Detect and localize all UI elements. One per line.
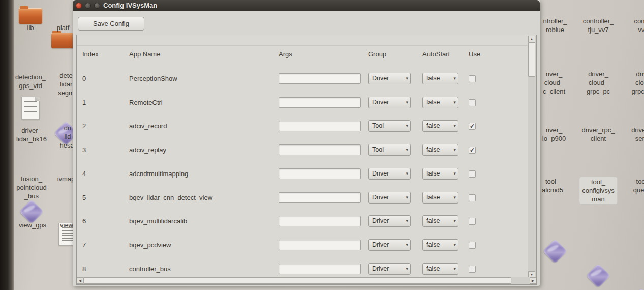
- icon-label-line: contr: [634, 17, 644, 25]
- icon-label-line: view_gps: [19, 221, 46, 229]
- app-name: RemoteCtrl: [129, 91, 163, 114]
- use-checkbox[interactable]: [469, 266, 476, 273]
- use-checkbox[interactable]: [469, 170, 476, 178]
- group-dropdown[interactable]: Tool▾: [368, 120, 411, 132]
- use-checkbox[interactable]: [469, 194, 476, 201]
- detection-gps-vtd-icon[interactable]: [18, 96, 43, 120]
- vertical-scroll-thumb[interactable]: [528, 42, 535, 77]
- driver-cloud-grpc-client-label[interactable]: river_cloud_c_client: [543, 70, 565, 96]
- use-checkbox[interactable]: [469, 242, 476, 249]
- args-input[interactable]: [279, 192, 361, 203]
- detection-gps-vtd-label[interactable]: detection_gps_vtd: [15, 73, 46, 90]
- view-gps-label[interactable]: view_gps: [19, 221, 46, 229]
- autostart-dropdown[interactable]: false▾: [422, 192, 458, 204]
- tool-configivsysman-label[interactable]: tool_configivsysman: [579, 177, 617, 204]
- chevron-down-icon: ▾: [453, 264, 456, 274]
- controller-roblue-icon[interactable]: [543, 239, 567, 264]
- args-input[interactable]: [279, 97, 361, 108]
- autostart-dropdown[interactable]: false▾: [422, 73, 458, 84]
- driver-lidar-bk16-label[interactable]: driver_lidar_bk16: [16, 126, 47, 143]
- args-input[interactable]: [279, 264, 361, 274]
- lib-label[interactable]: lib: [27, 23, 34, 32]
- group-dropdown[interactable]: Driver▾: [368, 215, 411, 227]
- scroll-up-icon[interactable]: ▲: [528, 36, 535, 42]
- group-dropdown-value: Driver: [372, 170, 389, 177]
- autostart-dropdown[interactable]: false▾: [422, 239, 458, 251]
- controller-vv-label[interactable]: contrvv: [634, 17, 644, 34]
- args-input[interactable]: [279, 144, 361, 155]
- group-dropdown[interactable]: Driver▾: [368, 168, 411, 180]
- save-config-button[interactable]: Save Config: [78, 17, 144, 31]
- use-checkbox[interactable]: [469, 75, 476, 82]
- use-checkbox[interactable]: [469, 99, 476, 106]
- use-checkbox[interactable]: ✓: [469, 123, 476, 130]
- icon-label-line: driv: [631, 70, 644, 78]
- autostart-dropdown[interactable]: false▾: [422, 97, 458, 108]
- group-dropdown[interactable]: Tool▾: [368, 144, 411, 156]
- driver-cloud-grpc-pc-label[interactable]: driver_cloud_grpc_pc: [587, 70, 610, 96]
- args-input[interactable]: [279, 240, 361, 250]
- icon-label-line: serv: [631, 134, 644, 143]
- maximize-icon[interactable]: [94, 3, 100, 9]
- diamond-icon: [19, 199, 44, 224]
- icon-label-line: clou: [631, 78, 644, 87]
- chevron-down-icon: ▾: [453, 240, 456, 250]
- group-dropdown[interactable]: Driver▾: [368, 263, 411, 275]
- args-input[interactable]: [279, 121, 361, 131]
- driver-lidar-bk16-icon[interactable]: [19, 199, 44, 224]
- dete-lidar-segm-label[interactable]: detelidarsegm: [58, 71, 74, 97]
- controller-tju-vv7-label[interactable]: controller_tju_vv7: [583, 17, 614, 34]
- diamond-icon: [586, 264, 610, 288]
- autostart-dropdown[interactable]: false▾: [422, 263, 458, 275]
- autostart-dropdown[interactable]: false▾: [422, 120, 458, 132]
- group-dropdown-value: Tool: [372, 122, 384, 129]
- controller-vv-icon[interactable]: [629, 288, 644, 290]
- tool-query-label[interactable]: toolquery: [633, 177, 644, 194]
- autostart-dropdown[interactable]: false▾: [422, 168, 458, 180]
- chevron-down-icon: ▾: [453, 216, 456, 226]
- platf-label[interactable]: platf: [57, 23, 70, 32]
- controller-tju-vv7-icon[interactable]: [586, 264, 610, 288]
- icon-label-line: dete: [58, 71, 74, 80]
- row-index: 1: [82, 91, 86, 114]
- group-dropdown[interactable]: Driver▾: [368, 73, 411, 84]
- window-titlebar[interactable]: Config IVSysMan: [73, 0, 540, 11]
- driver-serv-label[interactable]: driver_serv: [631, 126, 644, 143]
- horizontal-scrollbar[interactable]: ◀ ▶: [77, 277, 536, 284]
- chevron-down-icon: ▾: [453, 192, 456, 203]
- group-dropdown[interactable]: Driver▾: [368, 239, 411, 251]
- minimize-icon[interactable]: [85, 3, 91, 9]
- driver-cloud-grpc-s-label[interactable]: drivclougrpc_s: [631, 70, 644, 96]
- group-dropdown[interactable]: Driver▾: [368, 192, 411, 204]
- controller-roblue-label[interactable]: ntroller_roblue: [543, 17, 567, 34]
- scroll-right-icon[interactable]: ▶: [530, 277, 536, 284]
- icon-label-line: fusion_: [16, 175, 46, 183]
- chevron-down-icon: ▾: [406, 97, 408, 108]
- driver-io-p900-label[interactable]: river_io_p900: [542, 126, 566, 143]
- fusion-pointcloud-bus-label[interactable]: fusion_pointcloud_bus: [16, 175, 46, 200]
- autostart-dropdown[interactable]: false▾: [422, 215, 458, 227]
- chevron-down-icon: ▾: [453, 73, 456, 84]
- view-label[interactable]: view: [60, 221, 73, 229]
- group-dropdown[interactable]: Driver▾: [368, 97, 411, 108]
- args-input[interactable]: [279, 73, 361, 84]
- icon-label-line: query: [633, 186, 644, 194]
- scroll-left-icon[interactable]: ◀: [77, 277, 83, 284]
- args-input[interactable]: [279, 168, 361, 179]
- autostart-dropdown[interactable]: false▾: [422, 144, 458, 156]
- use-checkbox[interactable]: [469, 218, 476, 225]
- app-name: bqev_pcdview: [129, 234, 171, 257]
- args-input[interactable]: [279, 216, 361, 226]
- horizontal-scroll-thumb[interactable]: [83, 277, 511, 284]
- use-checkbox[interactable]: ✓: [469, 147, 476, 154]
- icon-label-line: c_client: [543, 87, 565, 96]
- icon-label-line: view: [60, 221, 73, 229]
- autostart-dropdown-value: false: [426, 170, 440, 177]
- icon-label-line: platf: [57, 23, 70, 32]
- tool-alcmd5-label[interactable]: tool_alcmd5: [542, 177, 563, 194]
- driver-rpc-client-label[interactable]: driver_rpc_client: [581, 126, 615, 143]
- vertical-scrollbar[interactable]: ▲ ▼: [528, 36, 536, 278]
- icon-label-line: alcmd5: [542, 186, 563, 194]
- window-title: Config IVSysMan: [103, 0, 157, 11]
- close-icon[interactable]: [76, 3, 82, 9]
